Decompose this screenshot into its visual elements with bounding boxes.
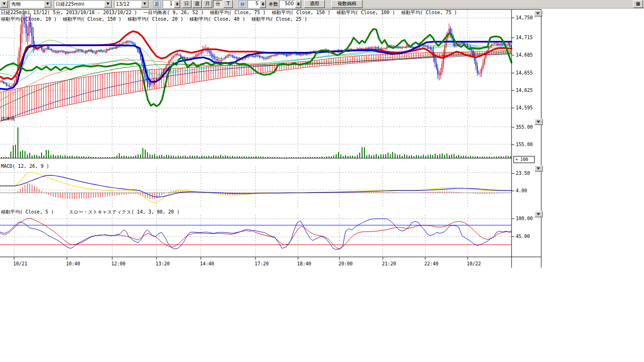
volume-panel-menu-button[interactable] [535,119,543,125]
toolbar: ▼ 先物 ▼ 日経225mini ▼ 13/12 ▼ 足 1 日 週 月 分 T… [0,0,644,8]
multi-symbol-button[interactable]: 複数銘柄 [331,0,363,8]
chevron-down-icon[interactable]: ▼ [141,0,149,8]
symbol-value: 日経225mini [54,1,104,8]
apply-button[interactable]: 適用 [304,0,325,8]
period-minute-button[interactable]: 分 [213,0,223,8]
bar-type-label: 足 [153,0,161,8]
interval-spinner[interactable] [174,0,180,8]
minute-input[interactable]: 5 [248,0,260,8]
trading-app-window: { "toolbar": { "mini_dropdown": "▼", "sy… [0,0,644,362]
period-tick-button[interactable]: T [223,0,233,8]
chevron-down-icon [536,12,540,15]
chevron-down-icon[interactable]: ▼ [44,0,51,8]
chevron-down-icon [537,121,540,123]
stoch-panel-menu-button[interactable] [535,211,543,217]
chevron-down-icon [537,213,540,215]
symbol-combobox[interactable]: 日経225mini ▼ [54,0,112,8]
bar-count-input[interactable]: 500 [279,0,295,8]
period-day-button[interactable]: 日 [182,0,191,8]
minute-label: 分 [239,0,246,8]
chart-canvas[interactable] [0,0,644,362]
chart-type-dropdown-button[interactable]: ▼ [0,0,8,8]
chevron-down-icon[interactable]: ▼ [104,0,112,8]
contract-month-combobox[interactable]: 13/12 ▼ [114,0,149,8]
chevron-down-icon [537,167,540,170]
interval-input[interactable]: 1 [163,0,174,8]
bar-count-spinner[interactable] [295,0,301,8]
period-week-button[interactable]: 週 [192,0,202,8]
price-panel-menu-button[interactable] [534,10,542,16]
symbol-type-combobox[interactable]: 先物 ▼ [9,0,52,8]
minute-spinner[interactable] [260,0,266,8]
contract-month-value: 13/12 [115,1,141,7]
bar-count-label: 本数 [268,1,279,8]
macd-panel-menu-button[interactable] [535,165,543,172]
symbol-type-value: 先物 [10,1,44,8]
period-month-button[interactable]: 月 [203,0,212,8]
grid-layout-icon[interactable]: ▦ [633,0,643,8]
